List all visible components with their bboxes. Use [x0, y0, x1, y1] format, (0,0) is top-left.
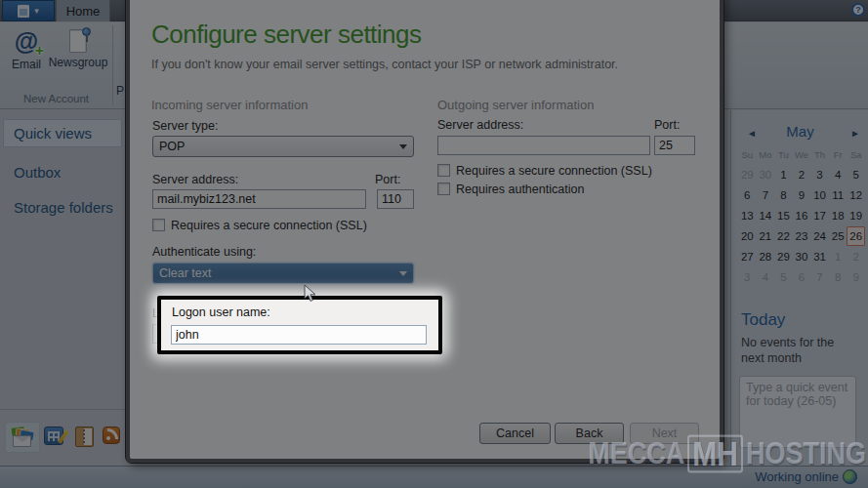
incoming-port-input[interactable] [377, 189, 414, 209]
pushpin-icon [82, 27, 91, 36]
cancel-button[interactable]: Cancel [479, 423, 551, 444]
calendar-day[interactable]: 30 [757, 165, 775, 184]
calendar-shortcut-icon[interactable] [44, 427, 63, 445]
calendar-day[interactable]: 9 [847, 267, 865, 287]
outgoing-address-label: Server address: [437, 118, 523, 132]
calendar-day[interactable]: 30 [793, 247, 811, 266]
calendar-day[interactable]: 26 [847, 226, 865, 246]
quick-event-input[interactable] [739, 376, 856, 448]
server-type-label: Server type: [152, 119, 218, 133]
outgoing-ssl-checkbox[interactable] [437, 164, 450, 177]
calendar-day[interactable]: 19 [847, 206, 865, 225]
calendar-day[interactable]: 11 [829, 185, 847, 205]
calendar-day[interactable]: 4 [757, 267, 775, 287]
chevron-down-icon [399, 271, 407, 276]
calendar-day[interactable]: 6 [738, 185, 757, 205]
partial-button-label: P [116, 84, 124, 98]
weekday-label: Tu [774, 149, 793, 160]
calendar-day[interactable]: 3 [810, 165, 829, 184]
sidebar-item-outbox[interactable]: Outbox [14, 164, 61, 181]
email-button[interactable]: @+ Email [8, 27, 45, 71]
calendar-day[interactable]: 22 [774, 226, 793, 246]
help-icon[interactable]: ? [851, 3, 865, 17]
calendar-day[interactable]: 5 [847, 165, 865, 184]
calendar-day[interactable]: 6 [793, 267, 811, 287]
calendar-day[interactable]: 24 [810, 226, 829, 246]
calendar-day[interactable]: 1 [774, 165, 793, 184]
app-menu-icon [18, 5, 29, 18]
calendar-day[interactable]: 21 [757, 226, 775, 246]
calendar-day[interactable]: 7 [810, 267, 829, 287]
incoming-address-label: Server address: [152, 173, 238, 186]
back-button[interactable]: Back [555, 423, 624, 444]
contacts-shortcut-icon[interactable] [75, 427, 94, 447]
sidebar-item-quick-views[interactable]: Quick views [3, 119, 122, 147]
calendar-day[interactable]: 23 [793, 226, 811, 246]
incoming-port-label: Port: [375, 173, 400, 186]
incoming-ssl-label: Requires a secure connection (SSL) [171, 219, 367, 232]
sidebar-item-label: Storage folders [14, 199, 113, 216]
calendar-day[interactable]: 12 [847, 185, 865, 205]
calendar-day[interactable]: 4 [829, 165, 847, 184]
authenticate-select[interactable]: Clear text [152, 263, 414, 284]
outgoing-port-input[interactable] [654, 136, 695, 155]
status-bar: Working online [0, 466, 868, 488]
authenticate-value: Clear text [159, 266, 212, 280]
calendar-day[interactable]: 18 [829, 206, 847, 225]
calendar-day[interactable]: 20 [738, 226, 757, 246]
calendar-day[interactable]: 5 [774, 267, 793, 287]
calendar-day[interactable]: 8 [829, 267, 847, 287]
sidebar-item-label: Quick views [14, 125, 92, 142]
calendar-day[interactable]: 2 [847, 247, 865, 266]
feeds-shortcut-icon[interactable] [103, 427, 120, 444]
screen: ▾ Home ? @+ Email Newsgroup P New Accoun… [0, 0, 868, 488]
calendar-day[interactable]: 1 [829, 247, 847, 266]
calendar-day[interactable]: 3 [738, 267, 757, 287]
calendar-day[interactable]: 14 [757, 206, 775, 225]
weekday-label: We [793, 149, 811, 160]
calendar-day[interactable]: 27 [738, 247, 757, 266]
shortcut-bar [0, 410, 126, 466]
newsgroup-button[interactable]: Newsgroup [47, 27, 109, 69]
incoming-section-header: Incoming server information [151, 98, 308, 112]
calendar-day[interactable]: 28 [757, 247, 775, 266]
calendar-day[interactable]: 29 [774, 247, 793, 266]
newsgroup-page-icon [69, 29, 87, 53]
mail-shortcut-icon[interactable] [11, 427, 36, 448]
next-button[interactable]: Next [630, 423, 699, 444]
tab-home[interactable]: Home [56, 0, 110, 21]
calendar-day[interactable]: 31 [810, 247, 829, 266]
outgoing-address-input[interactable] [437, 136, 650, 155]
app-menu-button[interactable]: ▾ [2, 0, 55, 21]
calendar-day[interactable]: 7 [757, 185, 775, 205]
incoming-ssl-checkbox[interactable] [152, 219, 165, 231]
dialog-title: Configure server settings [151, 20, 422, 50]
calendar-next-icon[interactable]: ► [850, 128, 860, 139]
no-events-text: No events for the next month [741, 336, 856, 366]
outgoing-auth-checkbox[interactable] [437, 183, 450, 195]
calendar-day[interactable]: 29 [738, 165, 757, 184]
calendar-day[interactable]: 17 [810, 206, 829, 225]
calendar-day[interactable]: 2 [793, 165, 811, 184]
newsgroup-button-label: Newsgroup [49, 56, 108, 69]
calendar-day[interactable]: 9 [793, 185, 811, 205]
outgoing-section-header: Outgoing server information [437, 98, 594, 112]
calendar-day[interactable]: 13 [738, 206, 757, 225]
calendar-day[interactable]: 16 [793, 206, 811, 225]
weekday-label: Mo [757, 149, 775, 160]
chevron-down-icon: ▾ [34, 7, 39, 16]
email-button-label: Email [12, 58, 41, 71]
logon-user-name-input[interactable] [171, 325, 427, 345]
today-heading[interactable]: Today [741, 310, 785, 330]
calendar-day[interactable]: 25 [829, 226, 847, 246]
calendar-day[interactable]: 15 [774, 206, 793, 225]
incoming-address-input[interactable] [152, 189, 366, 209]
server-type-select[interactable]: POP [152, 136, 414, 157]
logon-user-name-label: Logon user name: [172, 305, 270, 319]
sidebar-item-storage-folders[interactable]: Storage folders [14, 199, 113, 216]
new-account-group-label: New Account [0, 93, 112, 104]
calendar-day[interactable]: 10 [810, 185, 829, 205]
weekday-label: Su [738, 149, 757, 160]
calendar-month-label[interactable]: May [731, 123, 868, 140]
calendar-day[interactable]: 8 [774, 185, 793, 205]
